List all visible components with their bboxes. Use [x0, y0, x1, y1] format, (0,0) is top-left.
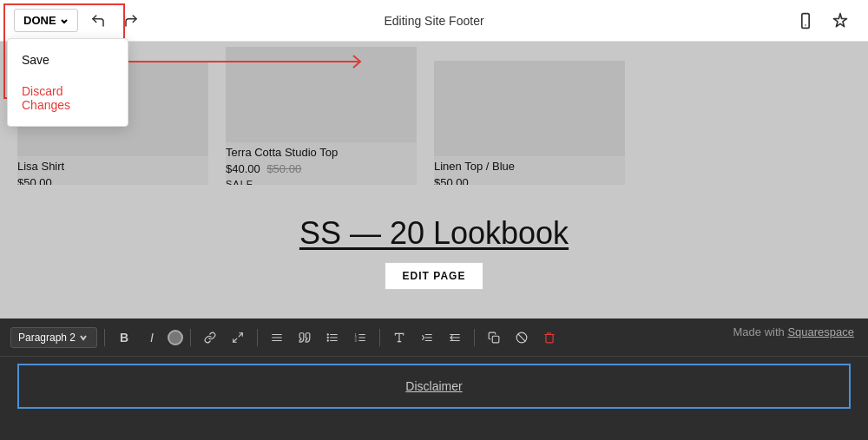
- svg-line-4: [233, 338, 237, 342]
- top-bar: DONE Editing Site Footer: [0, 0, 868, 42]
- made-with-text: Made with Squarespace: [733, 325, 855, 338]
- lookbook-section: SS — 20 Lookbook EDIT PAGE: [0, 185, 868, 319]
- product-image-2: [226, 47, 417, 142]
- bullet-list-button[interactable]: [320, 325, 345, 350]
- product-price-2: $40.00 $50.00: [226, 162, 417, 175]
- paragraph-select[interactable]: Paragraph 2: [10, 327, 97, 348]
- product-card-3: Linen Top / Blue $50.00: [434, 61, 625, 189]
- product-name-2: Terra Cotta Studio Top: [226, 146, 417, 159]
- toolbar-separator-2: [190, 329, 191, 346]
- edit-page-button[interactable]: EDIT PAGE: [385, 262, 484, 290]
- editor-toolbar: Paragraph 2 B I: [0, 319, 868, 357]
- mobile-preview-button[interactable]: [792, 7, 819, 35]
- product-card-2: Terra Cotta Studio Top $40.00 $50.00 SAL…: [226, 47, 417, 189]
- bold-button[interactable]: B: [112, 325, 136, 350]
- product-image-3: [434, 61, 625, 156]
- svg-point-12: [327, 337, 328, 338]
- footer-editor: Paragraph 2 B I: [0, 319, 868, 440]
- product-name-1: Lisa Shirt: [17, 160, 208, 173]
- toolbar-separator-1: [104, 329, 105, 346]
- link-button[interactable]: [198, 325, 222, 350]
- resize-button[interactable]: [226, 325, 250, 350]
- svg-text:3: 3: [355, 338, 358, 342]
- numbered-list-button[interactable]: 123: [348, 325, 372, 350]
- svg-point-13: [327, 339, 328, 340]
- squarespace-link[interactable]: Squarespace: [787, 325, 854, 338]
- disclaimer-text[interactable]: Disclaimer: [405, 379, 462, 393]
- undo-button[interactable]: [85, 8, 111, 34]
- dropdown-menu: Save Discard Changes: [7, 38, 128, 127]
- save-menu-item[interactable]: Save: [8, 44, 128, 76]
- copy-button[interactable]: [482, 325, 506, 350]
- color-swatch-button[interactable]: [168, 330, 183, 345]
- quote-button[interactable]: [293, 325, 317, 350]
- toolbar-separator-4: [379, 329, 380, 346]
- svg-rect-28: [492, 336, 499, 343]
- product-name-3: Linen Top / Blue: [434, 160, 625, 173]
- products-area: Lisa Shirt $50.00 Terra Cotta Studio Top…: [0, 42, 868, 198]
- top-bar-left: DONE: [14, 8, 144, 34]
- text-style-button[interactable]: [387, 325, 411, 350]
- lookbook-title: SS — 20 Lookbook: [299, 215, 569, 252]
- delete-button[interactable]: [537, 325, 562, 350]
- toolbar-separator-3: [257, 329, 258, 346]
- top-bar-right: [792, 7, 854, 35]
- toolbar-separator-5: [474, 329, 475, 346]
- svg-line-3: [239, 332, 242, 336]
- done-label: DONE: [23, 14, 56, 27]
- main-content: Lisa Shirt $50.00 Terra Cotta Studio Top…: [0, 42, 868, 440]
- page-title: Editing Site Footer: [384, 14, 483, 28]
- redo-button[interactable]: [118, 8, 144, 34]
- svg-point-11: [327, 333, 328, 334]
- indent-left-button[interactable]: [415, 325, 439, 350]
- svg-line-30: [518, 333, 525, 340]
- editor-content-area[interactable]: Disclaimer: [17, 364, 851, 409]
- done-button[interactable]: DONE: [14, 9, 78, 32]
- clear-button[interactable]: [510, 325, 534, 350]
- align-button[interactable]: [265, 325, 289, 350]
- discard-menu-item[interactable]: Discard Changes: [8, 76, 128, 121]
- plugin-button[interactable]: [826, 7, 854, 35]
- indent-right-button[interactable]: [443, 325, 467, 350]
- italic-button[interactable]: I: [140, 325, 164, 350]
